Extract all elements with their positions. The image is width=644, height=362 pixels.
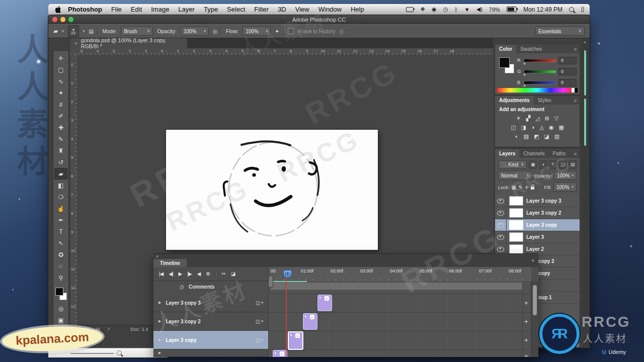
brush-tool[interactable]: ✎	[54, 133, 67, 145]
add-media-button[interactable]: +	[524, 318, 528, 325]
screen-mode-button[interactable]: ▣	[54, 314, 67, 326]
gradient-map-icon[interactable]: ◪	[544, 133, 549, 139]
work-area-marker[interactable]	[271, 281, 307, 282]
clone-stamp-tool[interactable]: ♜	[54, 145, 67, 156]
wifi-icon[interactable]: ▼	[464, 7, 470, 13]
green-slider[interactable]: ▲	[524, 70, 556, 73]
photo-filter-icon[interactable]: ◬	[539, 124, 543, 130]
foreground-color-swatch[interactable]	[499, 57, 510, 68]
lasso-tool[interactable]: ∿	[54, 75, 67, 87]
filter-type-icon[interactable]: T	[549, 160, 557, 169]
exposure-icon[interactable]: ⊞	[545, 115, 549, 121]
previous-frame-button[interactable]: ◀|	[169, 271, 173, 277]
close-panel-icon[interactable]: ×	[156, 254, 158, 259]
menu-file[interactable]: File	[107, 6, 126, 13]
pen-tool[interactable]: ✒	[54, 214, 67, 226]
invert-icon[interactable]: ◐	[515, 133, 519, 139]
menu-3d[interactable]: 3D	[273, 6, 291, 13]
add-media-button[interactable]: +	[524, 299, 528, 307]
crop-tool[interactable]: ♯	[54, 99, 67, 110]
layer-thumbnail[interactable]	[509, 232, 523, 242]
green-value[interactable]: 0	[558, 68, 577, 75]
layer-thumbnail[interactable]	[509, 208, 523, 218]
tab-paths[interactable]: Paths	[549, 149, 570, 158]
play-button[interactable]: ▶	[179, 271, 182, 277]
lock-paint-icon[interactable]: ✎	[518, 185, 522, 190]
opacity-select[interactable]: 100%▾	[181, 27, 209, 36]
split-clip-button[interactable]: ✂	[221, 271, 225, 277]
add-media-button[interactable]: +	[524, 336, 528, 344]
lock-move-icon[interactable]: ✛	[525, 185, 529, 190]
toggle-brush-panel-icon[interactable]: ▤	[89, 28, 94, 34]
curves-icon[interactable]: ◿	[535, 115, 539, 121]
visibility-cell[interactable]	[495, 219, 507, 231]
channel-mixer-icon[interactable]: ◉	[549, 124, 554, 130]
timeline-ruler[interactable]: 00 01:00f 02:00f 03:00f 04:00f 05:00f 06…	[268, 267, 531, 282]
close-window-button[interactable]	[52, 17, 57, 22]
timeline-scrollbar[interactable]	[531, 281, 538, 357]
eye-icon[interactable]	[497, 211, 504, 216]
track-layer3copy3[interactable]: ▶ Layer 3 copy 3 ◫▾	[153, 294, 268, 312]
fill-select[interactable]: 100%▾	[553, 183, 577, 192]
apple-menu-icon[interactable]	[53, 6, 63, 13]
clip-settings-icon[interactable]: ◫▾	[256, 337, 263, 343]
mode-select[interactable]: Brush⇅	[121, 27, 153, 36]
timeline-settings-icon[interactable]: ⚙	[206, 271, 210, 277]
eye-icon[interactable]	[497, 235, 504, 240]
black-white-icon[interactable]: ◑	[531, 124, 535, 130]
quick-mask-button[interactable]: ◎	[54, 303, 67, 314]
hue-saturation-icon[interactable]: ◫	[511, 124, 516, 130]
panel-menu-icon[interactable]: ≡	[571, 150, 580, 158]
volume-icon[interactable]: ◀)	[476, 6, 482, 13]
first-frame-button[interactable]: |◀	[159, 271, 163, 277]
menu-view[interactable]: View	[291, 6, 314, 13]
filter-kind-select[interactable]: Kind⇅	[498, 160, 527, 169]
visibility-cell[interactable]	[495, 231, 507, 243]
tab-styles[interactable]: Styles	[534, 96, 555, 105]
clip-layer3copy-selected[interactable]: ▸▸	[288, 331, 303, 350]
clip-settings-icon[interactable]: ◫▾	[256, 319, 263, 324]
move-tool[interactable]: ✛	[54, 52, 67, 64]
timeline-zoom-knob[interactable]	[268, 276, 273, 288]
doc-size-info[interactable]: Doc: 1.4	[130, 326, 148, 332]
airbrush-icon[interactable]: ✦	[275, 28, 279, 34]
panel-menu-icon[interactable]: ≡	[571, 97, 580, 105]
visibility-cell[interactable]	[495, 195, 507, 207]
menu-edit[interactable]: Edit	[126, 6, 146, 13]
color-lookup-icon[interactable]: ▦	[559, 124, 564, 130]
dropbox-icon[interactable]: ❖	[420, 6, 425, 13]
playhead[interactable]	[283, 270, 292, 278]
next-frame-button[interactable]: |▶	[187, 271, 191, 277]
eye-icon[interactable]	[497, 223, 504, 228]
levels-icon[interactable]: ▞	[526, 115, 530, 121]
zoom-tool[interactable]: ⚲	[54, 272, 67, 284]
spotlight-icon[interactable]	[569, 7, 574, 12]
workspace-select[interactable]: Essentials⇅	[535, 27, 585, 36]
menu-image[interactable]: Image	[146, 6, 174, 13]
minimize-window-button[interactable]	[60, 17, 65, 22]
clip-settings-icon[interactable]: ◫▾	[256, 300, 263, 306]
track-layer3copy-selected[interactable]: ▶ Layer 3 copy ◫▾	[153, 331, 268, 349]
add-media-button[interactable]: +	[524, 352, 528, 357]
layer-thumbnail[interactable]	[509, 244, 523, 254]
layer-thumbnail[interactable]	[509, 220, 523, 230]
ramp-end-swatches[interactable]	[572, 88, 578, 93]
timeline-tracks-area[interactable]: ▸▸ ▸▸ ▸▸ ▸▸	[268, 281, 531, 357]
transition-button[interactable]: ◪	[231, 271, 235, 277]
battery-icon[interactable]	[507, 7, 517, 12]
healing-brush-tool[interactable]: ✚	[54, 122, 67, 133]
track-layer3copy2[interactable]: ▶ Layer 3 copy 2 ◫▾	[153, 312, 268, 331]
blue-value[interactable]: 0	[558, 79, 577, 86]
custom-shape-tool[interactable]: ✪	[54, 249, 67, 260]
layer-row[interactable]: Layer 3 copy 2	[495, 207, 580, 219]
eraser-tool[interactable]: ▰	[54, 168, 67, 179]
scrollbar-thumb[interactable]	[533, 285, 537, 315]
color-spectrum-ramp[interactable]	[497, 88, 578, 93]
path-select-tool[interactable]: ↖	[54, 237, 67, 249]
tab-timeline[interactable]: Timeline	[153, 259, 187, 267]
eraser-tool-icon[interactable]: ▰	[53, 28, 58, 35]
notification-center-icon[interactable]: ⣿	[581, 6, 585, 13]
tool-preset-caret-icon[interactable]: ▾	[62, 29, 64, 33]
document-tab[interactable]: × gondola.psd @ 100% (Layer 3 copy, RGB/…	[70, 38, 187, 48]
tab-adjustments[interactable]: Adjustments	[495, 96, 534, 105]
